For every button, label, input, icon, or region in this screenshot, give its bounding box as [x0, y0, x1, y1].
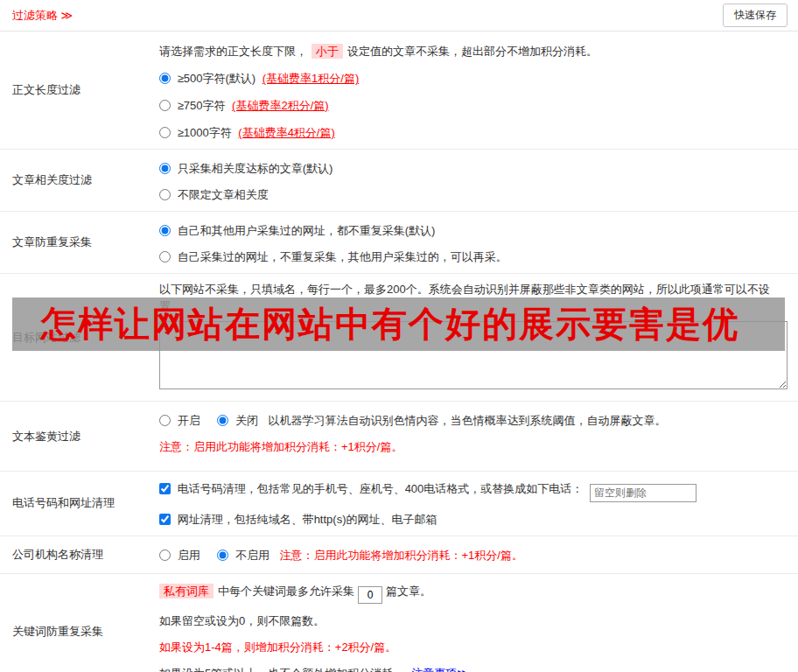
company-clean-warning: 注意：启用此功能将增加积分消耗：+1积分/篇。: [280, 549, 523, 562]
dedup-filter-label: 文章防重复采集: [0, 212, 149, 273]
porn-filter-desc: 以机器学习算法自动识别色情内容，当色情概率达到系统阈值，自动屏蔽文章。: [269, 414, 667, 427]
keyword-count-input[interactable]: [358, 586, 382, 604]
page-header: 过滤策略 ≫ 快速保存: [0, 0, 798, 32]
rate-note-1[interactable]: (基础费率1积分/篇): [262, 72, 360, 85]
option-label: 不启用: [235, 549, 270, 562]
intro-text-post: 设定值的文章不采集，超出部分不增加积分消耗。: [347, 45, 598, 58]
keyword-dedup-line1: 私有词库中每个关键词最多允许采集篇文章。: [159, 583, 788, 604]
checkbox-phone-clean[interactable]: [159, 483, 171, 494]
row-length-filter: 正文长度过滤 请选择需求的正文长度下限，小于设定值的文章不采集，超出部分不增加积…: [0, 32, 798, 150]
keyword-dedup-label: 关键词防重复采集: [0, 574, 149, 672]
radio-company-off[interactable]: [217, 550, 228, 561]
relevance-option-strict: 只采集相关度达标的文章(默认): [159, 160, 788, 178]
keyword-dedup-line3: 如果设为1-4篇，则增加积分消耗：+2积分/篇。: [159, 639, 788, 656]
keyword-dedup-line2: 如果留空或设为0，则不限篇数。: [159, 612, 788, 630]
length-option-750: ≥750字符 (基础费率2积分/篇): [159, 97, 788, 115]
dedup-option-self-only: 自己采集过的网址，不重复采集，其他用户采集过的，可以再采。: [159, 248, 788, 266]
radio-porn-on[interactable]: [159, 415, 171, 426]
checkbox-url-clean[interactable]: [159, 514, 171, 525]
row-phone-url-clean: 电话号码和网址清理 电话号码清理，包括常见的手机号、座机号、400电话格式，或替…: [0, 472, 798, 536]
keyword-line4-text: 如果设为5篇或以上，也不会额外增加积分消耗。: [159, 667, 404, 672]
spam-overlay-text: 怎样让网站在网站中有个好的展示要害是优: [12, 300, 739, 348]
option-label: ≥500字符(默认): [178, 72, 256, 85]
private-lexicon-highlight: 私有词库: [159, 584, 214, 598]
option-label: 只采集相关度达标的文章(默认): [178, 162, 333, 175]
keyword-line1-post: 篇文章。: [386, 584, 431, 598]
keyword-line1-mid: 中每个关键词最多允许采集: [218, 584, 354, 598]
option-label: 启用: [178, 549, 200, 562]
radio-relevance-any[interactable]: [159, 189, 171, 200]
page-title[interactable]: 过滤策略 ≫: [12, 8, 73, 24]
quick-save-button[interactable]: 快速保存: [723, 4, 788, 27]
row-relevance-filter: 文章相关度过滤 只采集相关度达标的文章(默认) 不限定文章相关度: [0, 150, 798, 212]
porn-filter-label: 文本鉴黄过滤: [0, 402, 149, 471]
option-label: 电话号码清理，包括常见的手机号、座机号、400电话格式，或替换成如下电话：: [178, 482, 584, 495]
company-clean-label: 公司机构名称清理: [0, 536, 149, 573]
length-filter-intro: 请选择需求的正文长度下限，小于设定值的文章不采集，超出部分不增加积分消耗。: [159, 43, 788, 60]
option-label: 开启: [178, 414, 200, 427]
radio-1000-chars[interactable]: [159, 127, 171, 138]
notes-link[interactable]: 注意事项≫: [411, 667, 469, 672]
intro-text-pre: 请选择需求的正文长度下限，: [159, 45, 307, 58]
option-label: 不限定文章相关度: [178, 188, 269, 201]
option-label: ≥750字符: [178, 99, 226, 112]
porn-filter-warning: 注意：启用此功能将增加积分消耗：+1积分/篇。: [159, 438, 788, 456]
row-keyword-dedup: 关键词防重复采集 私有词库中每个关键词最多允许采集篇文章。 如果留空或设为0，则…: [0, 574, 798, 672]
radio-dedup-all-users[interactable]: [159, 225, 171, 236]
option-label: 网址清理，包括纯域名、带http(s)的网址、电子邮箱: [178, 513, 438, 526]
company-clean-options: 启用 不启用 注意：启用此功能将增加积分消耗：+1积分/篇。: [159, 547, 788, 564]
radio-500-chars[interactable]: [159, 73, 171, 84]
radio-relevance-strict[interactable]: [159, 163, 171, 174]
radio-company-on[interactable]: [159, 550, 171, 561]
option-label: 关闭: [235, 414, 258, 427]
spam-overlay-banner: 怎样让网站在网站中有个好的展示要害是优: [12, 298, 785, 351]
rate-note-2[interactable]: (基础费率2积分/篇): [232, 99, 329, 112]
option-label: ≥1000字符: [178, 126, 232, 139]
row-dedup-filter: 文章防重复采集 自己和其他用户采集过的网址，都不重复采集(默认) 自己采集过的网…: [0, 212, 798, 274]
length-option-1000: ≥1000字符 (基础费率4积分/篇): [159, 124, 788, 142]
row-company-clean: 公司机构名称清理 启用 不启用 注意：启用此功能将增加积分消耗：+1积分/篇。: [0, 536, 798, 574]
dedup-option-all-users: 自己和其他用户采集过的网址，都不重复采集(默认): [159, 222, 788, 240]
less-than-highlight: 小于: [312, 44, 343, 59]
relevance-filter-label: 文章相关度过滤: [0, 150, 149, 211]
replacement-phone-input[interactable]: [590, 484, 696, 502]
relevance-option-any: 不限定文章相关度: [159, 186, 788, 204]
radio-porn-off[interactable]: [217, 415, 228, 426]
phone-clean-option: 电话号码清理，包括常见的手机号、座机号、400电话格式，或替换成如下电话：: [159, 480, 788, 502]
radio-750-chars[interactable]: [159, 100, 171, 111]
row-porn-filter: 文本鉴黄过滤 开启 关闭 以机器学习算法自动识别色情内容，当色情概率达到系统阈值…: [0, 402, 798, 472]
url-clean-option: 网址清理，包括纯域名、带http(s)的网址、电子邮箱: [159, 511, 788, 528]
phone-url-clean-label: 电话号码和网址清理: [0, 472, 149, 536]
option-label: 自己和其他用户采集过的网址，都不重复采集(默认): [178, 224, 436, 237]
porn-filter-options: 开启 关闭 以机器学习算法自动识别色情内容，当色情概率达到系统阈值，自动屏蔽文章…: [159, 412, 788, 430]
length-filter-label: 正文长度过滤: [0, 32, 149, 149]
filter-strategy-page: 过滤策略 ≫ 快速保存 正文长度过滤 请选择需求的正文长度下限，小于设定值的文章…: [0, 0, 798, 672]
radio-dedup-self-only[interactable]: [159, 251, 171, 262]
keyword-dedup-line4: 如果设为5篇或以上，也不会额外增加积分消耗。注意事项≫: [159, 665, 788, 672]
length-option-500: ≥500字符(默认) (基础费率1积分/篇): [159, 70, 788, 88]
option-label: 自己采集过的网址，不重复采集，其他用户采集过的，可以再采。: [178, 250, 508, 263]
rate-note-3[interactable]: (基础费率4积分/篇): [238, 126, 335, 139]
